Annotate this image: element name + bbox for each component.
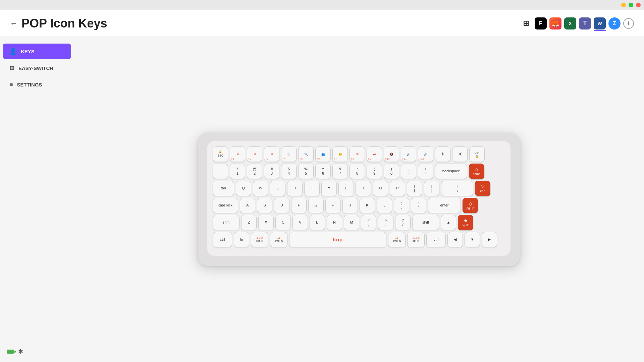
key-6[interactable]: ^6 <box>315 164 331 179</box>
key-r[interactable]: R <box>287 181 303 196</box>
key-z[interactable]: Z <box>241 215 257 230</box>
key-arrow-left[interactable]: ◀ <box>447 232 463 247</box>
key-f12[interactable]: 🔊 F12 <box>418 146 433 162</box>
key-start-opt-left[interactable]: start ⊞ opt ☆ <box>251 232 268 247</box>
key-n[interactable]: N <box>327 215 342 230</box>
key-tab[interactable]: tab <box>213 181 234 196</box>
sidebar-item-settings[interactable]: ≡ SETTINGS <box>3 77 71 92</box>
key-i[interactable]: I <box>356 181 371 196</box>
app-firefox-icon[interactable]: 🦊 <box>549 17 561 29</box>
key-esc[interactable]: 🔒 esc <box>213 146 228 162</box>
key-a[interactable]: A <box>240 198 255 213</box>
key-h[interactable]: H <box>325 198 341 213</box>
key-equals[interactable]: += <box>418 164 433 179</box>
key-brightness-up[interactable]: ☀ <box>452 146 468 162</box>
key-4[interactable]: $4 <box>281 164 297 179</box>
key-f9[interactable]: ⏭ F9 <box>367 146 382 162</box>
key-arrow-down[interactable]: ▼ <box>465 232 480 247</box>
key-c[interactable]: C <box>275 215 291 230</box>
key-period[interactable]: >. <box>378 215 393 230</box>
key-f5[interactable]: 🔍 F5 <box>298 146 314 162</box>
key-1[interactable]: !1 <box>230 164 245 179</box>
key-l[interactable]: L <box>377 198 392 213</box>
key-pgup[interactable]: ◇ pg up <box>463 198 478 213</box>
minimize-button[interactable] <box>621 3 626 7</box>
key-p[interactable]: P <box>390 181 405 196</box>
back-button[interactable]: ← <box>10 19 17 28</box>
close-button[interactable] <box>636 3 641 7</box>
key-d[interactable]: D <box>274 198 289 213</box>
key-7[interactable]: &7 <box>332 164 348 179</box>
app-zoom-icon[interactable]: Z <box>608 17 621 29</box>
sidebar-item-keys[interactable]: 👤 KEYS <box>3 44 71 59</box>
app-excel-icon[interactable]: X <box>564 17 576 29</box>
key-minus[interactable]: _– <box>401 164 416 179</box>
key-slash[interactable]: ?/ <box>395 215 411 230</box>
key-home[interactable]: ⌂ home <box>469 164 484 179</box>
key-2[interactable]: @2 <box>247 164 262 179</box>
key-semicolon[interactable]: :; <box>394 198 409 213</box>
app-word-icon[interactable]: W <box>594 17 606 29</box>
key-g[interactable]: G <box>308 198 324 213</box>
key-j[interactable]: J <box>342 198 358 213</box>
sidebar-item-easy-switch[interactable]: ⊞ EASY-SWITCH <box>3 60 71 76</box>
key-w[interactable]: W <box>253 181 268 196</box>
key-m[interactable]: M <box>344 215 359 230</box>
key-ctrl-left[interactable]: ctrl <box>213 232 232 247</box>
key-alt-cmd-right[interactable]: alt cmd ⌘ <box>388 232 406 247</box>
key-shift-right[interactable]: shift <box>412 215 439 230</box>
key-f1[interactable]: 🖥 F1 <box>230 146 245 162</box>
key-x[interactable]: X <box>258 215 274 230</box>
key-3[interactable]: #3 <box>264 164 279 179</box>
key-comma[interactable]: <, <box>361 215 376 230</box>
key-8[interactable]: *8 <box>350 164 365 179</box>
key-f[interactable]: F <box>291 198 307 213</box>
key-f2[interactable]: 🖥 F2 <box>247 146 262 162</box>
maximize-button[interactable] <box>629 3 633 7</box>
key-f6[interactable]: 👥 F6 <box>315 146 331 162</box>
key-brightness-down[interactable]: ☀ <box>435 146 450 162</box>
key-v[interactable]: V <box>292 215 308 230</box>
key-ctrl-right[interactable]: ctrl <box>426 232 446 247</box>
key-s[interactable]: S <box>257 198 272 213</box>
key-f3[interactable]: 🖥 F3 <box>264 146 279 162</box>
app-figma-icon[interactable]: F <box>535 17 547 29</box>
key-f7[interactable]: 😊 F7 <box>332 146 348 162</box>
key-caps-lock[interactable]: caps lock <box>213 198 238 213</box>
key-u[interactable]: U <box>338 181 354 196</box>
add-app-button[interactable]: + <box>623 18 634 29</box>
key-start-opt-right[interactable]: start ⊞ opt ☆ <box>407 232 425 247</box>
key-t[interactable]: T <box>304 181 320 196</box>
key-del[interactable]: del 🔒 <box>469 146 485 162</box>
key-alt-cmd-left[interactable]: alt cmd ⌘ <box>270 232 287 247</box>
key-o[interactable]: O <box>373 181 388 196</box>
key-backspace[interactable]: backspace <box>435 164 467 179</box>
key-rbracket[interactable]: }] <box>424 181 439 196</box>
key-arrow-right[interactable]: ▶ <box>482 232 497 247</box>
key-pgdn[interactable]: ★ pg dn <box>458 215 473 230</box>
key-backtick[interactable]: ~· <box>213 164 228 179</box>
key-y[interactable]: Y <box>321 181 337 196</box>
key-shift-left[interactable]: shift <box>213 215 239 230</box>
key-5[interactable]: %5 <box>298 164 314 179</box>
key-lbracket[interactable]: {[ <box>407 181 422 196</box>
key-end[interactable]: ▽ end <box>475 181 490 196</box>
key-0[interactable]: )0 <box>384 164 399 179</box>
key-q[interactable]: Q <box>236 181 251 196</box>
key-pipe[interactable]: |\ <box>441 181 473 196</box>
key-quote[interactable]: "' <box>411 198 426 213</box>
app-teams-icon[interactable]: T <box>579 17 591 29</box>
key-enter[interactable]: enter <box>428 198 461 213</box>
key-b[interactable]: B <box>310 215 325 230</box>
key-fn[interactable]: fn <box>234 232 249 247</box>
key-arrow-up[interactable]: ▲ <box>441 215 456 230</box>
key-k[interactable]: K <box>360 198 375 213</box>
key-f4[interactable]: 📋 F4 <box>281 146 297 162</box>
key-f8[interactable]: 🖥 F8 <box>350 146 365 162</box>
key-space[interactable]: logi <box>289 232 386 247</box>
key-f11[interactable]: 🔉 F11 <box>401 146 416 162</box>
app-grid-icon[interactable]: ⊞ <box>520 17 532 29</box>
key-e[interactable]: E <box>270 181 285 196</box>
key-9[interactable]: (9 <box>367 164 382 179</box>
key-f10[interactable]: 🔇 F10 <box>384 146 399 162</box>
